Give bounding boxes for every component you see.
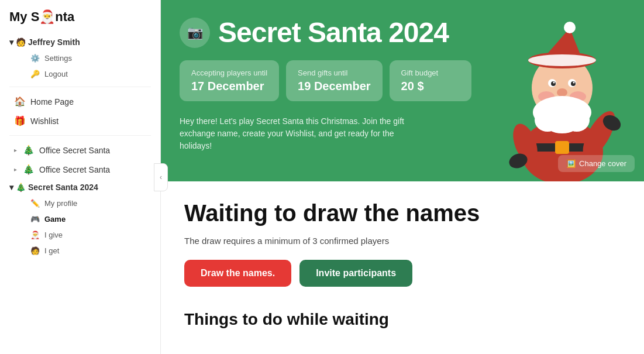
accepting-label: Accepting players until [191, 68, 267, 77]
game-label: Game [44, 215, 66, 224]
main-body: Waiting to draw the names The draw requi… [161, 181, 644, 354]
change-cover-label: Change cover [579, 159, 626, 168]
sidebar-item-wishlist[interactable]: 🎁 Wishlist [5, 112, 156, 130]
myprofile-icon: ✏️ [30, 199, 40, 208]
group2-label: Office Secret Santa [39, 165, 110, 174]
svg-point-18 [535, 108, 560, 132]
settings-label: Settings [44, 54, 72, 63]
waiting-title: Waiting to draw the names [184, 200, 621, 226]
group1-icon: 🎄 [23, 145, 35, 156]
logout-label: Logout [44, 70, 68, 78]
wishlist-icon: 🎁 [14, 115, 26, 126]
svg-point-22 [577, 106, 621, 163]
sidebar-item-home[interactable]: 🏠 Home Page [5, 92, 156, 111]
svg-point-25 [546, 118, 578, 132]
svg-point-23 [507, 151, 529, 170]
home-label: Home Page [30, 97, 74, 106]
active-group-icon: 🎄 [16, 183, 26, 192]
myprofile-item[interactable]: ✏️ My profile [5, 196, 156, 211]
budget-value: 20 $ [401, 80, 460, 93]
settings-item[interactable]: ⚙️ Settings [5, 51, 156, 66]
igive-item[interactable]: 🎅 I give [5, 228, 156, 242]
sidebar-collapse-button[interactable]: ‹ [154, 163, 168, 191]
hero-card-budget: Gift budget 20 $ [390, 60, 471, 101]
app-logo: My S🎅nta [0, 9, 160, 34]
divider-1 [9, 87, 151, 87]
wishlist-label: Wishlist [30, 116, 58, 126]
camera-icon: 📷 [187, 25, 203, 40]
iget-item[interactable]: 🧑 I get [5, 243, 156, 258]
send-label: Send gifts until [298, 68, 371, 77]
budget-label: Gift budget [401, 68, 460, 77]
svg-point-24 [600, 112, 624, 134]
hero-title-row: 📷 Secret Santa 2024 [180, 16, 625, 49]
user-chevron [9, 37, 13, 47]
draw-description: The draw requires a minimum of 3 confirm… [184, 236, 621, 246]
hero-cards: Accepting players until 17 December Send… [180, 60, 625, 101]
user-avatar: 🧑 [16, 37, 26, 47]
change-cover-button[interactable]: 🖼️ Change cover [558, 155, 635, 172]
camera-button[interactable]: 📷 [180, 18, 210, 48]
divider-2 [9, 135, 151, 136]
myprofile-label: My profile [44, 199, 77, 208]
sidebar: My S🎅nta 🧑 Jeffrey Smith ⚙️ Settings 🔑 L… [0, 0, 161, 354]
svg-point-21 [508, 121, 542, 166]
sidebar-item-group2[interactable]: 🎄 Office Secret Santa [5, 160, 156, 178]
active-group-chevron [9, 183, 13, 192]
group2-chevron [14, 166, 17, 173]
svg-rect-1 [530, 143, 594, 152]
draw-names-button[interactable]: Draw the names. [184, 260, 291, 287]
send-value: 19 December [298, 80, 371, 93]
svg-point-20 [545, 112, 580, 133]
game-icon: 🎮 [30, 215, 40, 224]
home-icon: 🏠 [14, 96, 26, 107]
hero-card-accepting: Accepting players until 17 December [180, 60, 279, 101]
accepting-value: 17 December [191, 80, 267, 93]
things-title: Things to do while waiting [184, 310, 621, 329]
group1-chevron [14, 147, 17, 153]
active-group-row[interactable]: 🎄 Secret Santa 2024 [5, 180, 156, 195]
logout-item[interactable]: 🔑 Logout [5, 67, 156, 81]
invite-participants-button[interactable]: Invite participants [299, 260, 412, 287]
image-icon: 🖼️ [566, 159, 576, 168]
collapse-icon: ‹ [160, 173, 162, 181]
logout-icon: 🔑 [30, 70, 40, 78]
hero-card-send: Send gifts until 19 December [286, 60, 383, 101]
svg-point-19 [564, 108, 590, 132]
hero-section: 📷 Secret Santa 2024 Accepting players un… [161, 0, 644, 181]
sidebar-item-group1[interactable]: 🎄 Office Secret Santa [5, 141, 156, 159]
user-name: Jeffrey Smith [28, 37, 80, 47]
igive-icon: 🎅 [30, 231, 40, 239]
active-group-label: Secret Santa 2024 [28, 183, 98, 192]
iget-icon: 🧑 [30, 246, 40, 255]
group1-label: Office Secret Santa [39, 146, 110, 155]
svg-rect-2 [555, 141, 569, 154]
hero-title: Secret Santa 2024 [218, 16, 449, 49]
igive-label: I give [44, 231, 63, 239]
game-item[interactable]: 🎮 Game [5, 212, 156, 226]
hero-description: Hey there! Let's play Secret Santa this … [180, 115, 414, 152]
main-content: 📷 Secret Santa 2024 Accepting players un… [161, 0, 644, 354]
settings-icon: ⚙️ [30, 54, 40, 63]
svg-point-0 [521, 120, 603, 181]
group2-icon: 🎄 [23, 164, 35, 175]
user-row[interactable]: 🧑 Jeffrey Smith [5, 35, 156, 50]
iget-label: I get [44, 246, 59, 255]
action-buttons: Draw the names. Invite participants [184, 260, 621, 287]
